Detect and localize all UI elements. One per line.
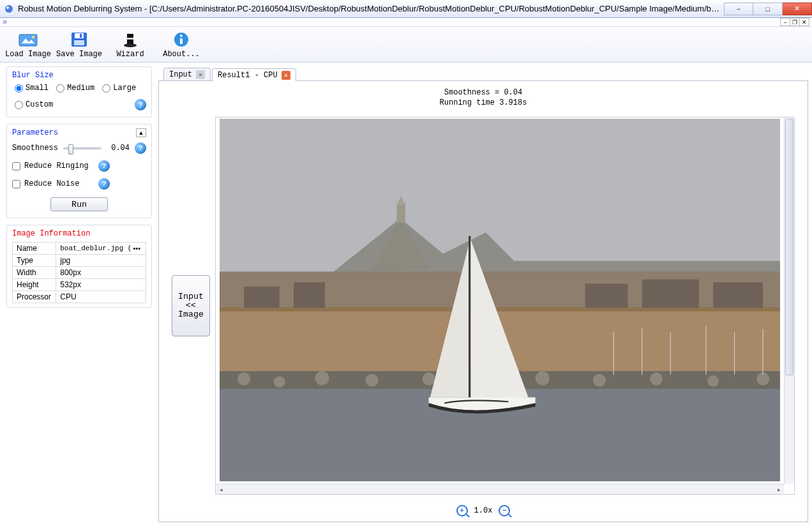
smoothness-slider[interactable] bbox=[63, 144, 102, 153]
svg-rect-37 bbox=[469, 236, 470, 403]
svg-rect-40 bbox=[585, 283, 628, 308]
smoothness-stat: Smoothness = 0.04 bbox=[159, 87, 808, 98]
reduce-noise-checkbox[interactable] bbox=[12, 180, 20, 188]
info-name-more-button[interactable]: ••• bbox=[132, 244, 142, 252]
window-close-button[interactable]: ✕ bbox=[783, 3, 812, 15]
save-image-icon bbox=[69, 31, 89, 49]
svg-rect-7 bbox=[80, 34, 82, 38]
blur-size-large-radio[interactable]: Large bbox=[102, 84, 136, 93]
blur-size-medium-radio[interactable]: Medium bbox=[56, 84, 94, 93]
wizard-label: Wizard bbox=[116, 50, 144, 59]
image-info-table: Name boat_deblur.jpg (••• Typejpg Width8… bbox=[12, 242, 146, 303]
tab-result-close-icon[interactable]: ✕ bbox=[282, 71, 290, 80]
svg-point-28 bbox=[423, 373, 435, 386]
input-image-toggle-button[interactable]: Input << Image bbox=[172, 275, 210, 336]
load-image-label: Load Image bbox=[5, 50, 51, 59]
svg-rect-2 bbox=[19, 34, 37, 46]
svg-point-24 bbox=[237, 373, 250, 386]
app-icon bbox=[4, 4, 14, 14]
load-image-button[interactable]: Load Image bbox=[3, 28, 54, 61]
reduce-ringing-label: Reduce Ringing bbox=[24, 162, 94, 170]
reduce-ringing-help-icon[interactable]: ? bbox=[98, 160, 110, 172]
run-button[interactable]: Run bbox=[50, 197, 108, 211]
svg-point-0 bbox=[5, 5, 13, 13]
wizard-icon bbox=[120, 31, 140, 49]
smoothness-label: Smoothness bbox=[12, 144, 58, 153]
svg-point-32 bbox=[650, 373, 663, 386]
parameters-title: Parameters bbox=[12, 128, 136, 137]
svg-point-25 bbox=[274, 376, 285, 387]
blur-size-custom-radio[interactable]: Custom bbox=[15, 100, 53, 109]
tab-bar: Input ✕ Result1 - CPU ✕ bbox=[158, 66, 808, 80]
horizontal-scrollbar[interactable]: ◂ ▸ bbox=[216, 484, 784, 494]
smoothness-value: 0.04 bbox=[107, 144, 130, 153]
svg-rect-44 bbox=[294, 282, 325, 308]
svg-point-1 bbox=[6, 6, 9, 9]
table-row: Width800px bbox=[13, 267, 146, 279]
main-toolbar: Load Image Save Image Wizard About... bbox=[0, 27, 812, 63]
parameters-collapse-button[interactable]: ▲ bbox=[136, 128, 146, 137]
wizard-button[interactable]: Wizard bbox=[105, 28, 156, 61]
table-row: Typejpg bbox=[13, 255, 146, 267]
zoom-out-button[interactable]: − bbox=[499, 505, 510, 516]
svg-point-33 bbox=[707, 375, 719, 387]
window-maximize-button[interactable]: □ bbox=[753, 3, 783, 15]
side-panel: Blur Size Small Medium Large Custom ? bbox=[0, 63, 158, 526]
about-label: About... bbox=[163, 50, 200, 59]
result-stats: Smoothness = 0.04 Running time 3.918s bbox=[159, 81, 808, 112]
tab-input[interactable]: Input ✕ bbox=[163, 68, 211, 80]
tab-result1-cpu[interactable]: Result1 - CPU ✕ bbox=[212, 68, 296, 81]
mdi-minimize-button[interactable]: − bbox=[780, 18, 790, 26]
svg-rect-14 bbox=[180, 38, 183, 44]
blur-size-group: Blur Size Small Medium Large Custom ? bbox=[6, 66, 152, 117]
info-height-value: 532px bbox=[56, 279, 146, 291]
svg-rect-41 bbox=[642, 280, 699, 308]
svg-point-13 bbox=[180, 34, 183, 37]
about-button[interactable]: About... bbox=[156, 28, 207, 61]
mdi-control-strip: » − ❐ ✕ bbox=[0, 18, 812, 27]
blur-size-small-radio[interactable]: Small bbox=[15, 84, 49, 93]
window-minimize-button[interactable]: − bbox=[724, 3, 753, 15]
window-title: Robust Motion Deblurring System - [C:/Us… bbox=[18, 4, 724, 13]
info-width-value: 800px bbox=[56, 267, 146, 279]
viewer-frame: Smoothness = 0.04 Running time 3.918s In… bbox=[158, 80, 808, 522]
info-processor-value: CPU bbox=[56, 291, 146, 303]
mdi-close-button[interactable]: ✕ bbox=[799, 18, 809, 26]
blur-size-help-icon[interactable]: ? bbox=[135, 99, 146, 110]
tab-input-close-icon[interactable]: ✕ bbox=[196, 70, 205, 79]
vertical-scrollbar[interactable] bbox=[784, 117, 794, 484]
blur-size-title: Blur Size bbox=[12, 71, 146, 80]
save-image-label: Save Image bbox=[56, 50, 102, 59]
zoom-in-button[interactable]: + bbox=[456, 505, 468, 516]
reduce-noise-help-icon[interactable]: ? bbox=[98, 178, 110, 190]
smoothness-help-icon[interactable]: ? bbox=[135, 142, 146, 154]
chevrons-icon: » bbox=[3, 18, 11, 27]
about-icon bbox=[171, 31, 192, 49]
info-type-value: jpg bbox=[56, 255, 146, 267]
save-image-button[interactable]: Save Image bbox=[54, 28, 105, 61]
mdi-restore-button[interactable]: ❐ bbox=[790, 18, 800, 26]
svg-point-27 bbox=[366, 374, 379, 387]
svg-point-26 bbox=[315, 371, 329, 385]
result-image[interactable] bbox=[220, 119, 780, 481]
svg-rect-8 bbox=[74, 40, 84, 45]
main-area: Input ✕ Result1 - CPU ✕ Smoothness = 0.0… bbox=[158, 63, 812, 526]
table-row: Height532px bbox=[13, 279, 146, 291]
image-info-title: Image Information bbox=[12, 229, 146, 238]
window-titlebar: Robust Motion Deblurring System - [C:/Us… bbox=[0, 0, 812, 18]
svg-rect-42 bbox=[713, 282, 763, 308]
zoom-level: 1.0x bbox=[474, 506, 493, 515]
svg-rect-6 bbox=[75, 33, 84, 38]
parameters-group: Parameters ▲ Smoothness 0.04 ? Reduce Ri… bbox=[6, 124, 152, 218]
running-time-stat: Running time 3.918s bbox=[159, 98, 808, 108]
svg-point-4 bbox=[32, 36, 34, 38]
svg-rect-18 bbox=[397, 202, 405, 222]
load-image-icon bbox=[18, 31, 38, 49]
reduce-ringing-checkbox[interactable] bbox=[12, 162, 20, 170]
svg-rect-43 bbox=[244, 287, 280, 308]
svg-point-30 bbox=[536, 371, 550, 385]
reduce-noise-label: Reduce Noise bbox=[24, 179, 94, 188]
svg-rect-11 bbox=[127, 38, 133, 40]
table-row: Name boat_deblur.jpg (••• bbox=[13, 243, 146, 255]
image-viewport: ◂ ▸ bbox=[215, 117, 795, 495]
